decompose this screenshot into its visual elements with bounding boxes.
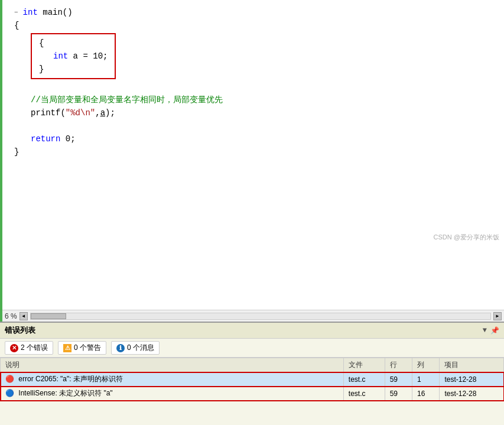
code-text: { bbox=[14, 19, 19, 32]
error-table-container: 说明 文件 行 列 项目 🔴 error C2065: "a": 未声明的标识符… bbox=[0, 358, 504, 425]
error-toolbar: ✕ 2 个错误 ⚠ 0 个警告 ℹ 0 个消息 bbox=[0, 339, 504, 358]
table-header-row: 说明 文件 行 列 项目 bbox=[1, 358, 504, 372]
error-icon-red: ✕ bbox=[10, 344, 18, 352]
keyword-return: return bbox=[31, 132, 60, 145]
col-header-line: 行 bbox=[385, 358, 412, 372]
var-a: a bbox=[100, 106, 105, 119]
code-line: } bbox=[39, 63, 108, 76]
error-project-0: test-12-28 bbox=[440, 372, 504, 387]
error-col-0: 1 bbox=[412, 372, 440, 387]
intellisense-icon-cell: 🔵 bbox=[5, 389, 14, 397]
code-text: , bbox=[95, 106, 100, 119]
col-header-col: 列 bbox=[412, 358, 440, 372]
error-line-1: 59 bbox=[385, 387, 412, 401]
string-text: "%d\n" bbox=[66, 106, 95, 119]
code-line bbox=[2, 80, 504, 93]
panel-arrow[interactable]: ▼ bbox=[483, 326, 487, 335]
code-text: { bbox=[39, 37, 44, 50]
error-panel: 错误列表 ▼ 📌 ✕ 2 个错误 ⚠ 0 个警告 ℹ 0 个消息 说明 文件 行 bbox=[0, 322, 504, 425]
error-icon-cell: 🔴 bbox=[5, 375, 14, 383]
warnings-button[interactable]: ⚠ 0 个警告 bbox=[58, 341, 106, 355]
code-line-return: return 0; bbox=[2, 132, 504, 145]
error-description-0: 🔴 error C2065: "a": 未声明的标识符 bbox=[1, 372, 344, 387]
message-icon: ℹ bbox=[116, 344, 125, 352]
comment-text: //当局部变量和全局变量名字相同时，局部变量优先 bbox=[31, 93, 223, 106]
code-line: − int main() bbox=[2, 6, 504, 19]
zoom-label: 6 % bbox=[5, 312, 17, 320]
code-text: a = 10; bbox=[68, 50, 108, 63]
code-line-printf: printf("%d\n",a); bbox=[2, 106, 504, 119]
scroll-right-arrow[interactable]: ▶ bbox=[493, 312, 502, 320]
error-count-label: 2 个错误 bbox=[21, 343, 48, 353]
code-text: } bbox=[39, 63, 44, 76]
errors-button[interactable]: ✕ 2 个错误 bbox=[5, 341, 53, 355]
horizontal-scrollbar[interactable]: 6 % ◀ ▶ bbox=[2, 310, 504, 322]
panel-controls: ▼ 📌 bbox=[483, 326, 499, 335]
code-text: printf( bbox=[31, 106, 66, 119]
error-panel-title: 错误列表 bbox=[5, 325, 35, 336]
panel-pin[interactable]: 📌 bbox=[490, 326, 499, 335]
watermark: CSDN @爱分享的米饭 bbox=[434, 233, 499, 242]
code-line-comment: //当局部变量和全局变量名字相同时，局部变量优先 bbox=[2, 93, 504, 106]
error-description-1: 🔵 IntelliSense: 未定义标识符 "a" bbox=[1, 387, 344, 401]
code-line: } bbox=[2, 145, 504, 158]
message-count-label: 0 个消息 bbox=[127, 343, 154, 353]
error-col-1: 16 bbox=[412, 387, 440, 401]
scroll-left-arrow[interactable]: ◀ bbox=[19, 312, 28, 320]
code-text: } bbox=[14, 145, 19, 158]
keyword-int: int bbox=[23, 6, 38, 19]
code-text: ); bbox=[105, 106, 115, 119]
error-file-1: test.c bbox=[343, 387, 385, 401]
code-line: { bbox=[2, 19, 504, 32]
error-project-1: test-12-28 bbox=[440, 387, 504, 401]
scroll-track[interactable] bbox=[30, 313, 491, 320]
table-row[interactable]: 🔴 error C2065: "a": 未声明的标识符 test.c 59 1 … bbox=[1, 372, 504, 387]
col-header-description: 说明 bbox=[1, 358, 344, 372]
warning-icon: ⚠ bbox=[63, 344, 71, 352]
keyword-int: int bbox=[53, 50, 68, 63]
collapse-icon[interactable]: − bbox=[14, 6, 18, 19]
code-line bbox=[2, 119, 504, 132]
scroll-thumb[interactable] bbox=[31, 313, 66, 319]
red-box-region: { int a = 10; } bbox=[31, 33, 116, 79]
warning-count-label: 0 个警告 bbox=[74, 343, 101, 353]
error-line-0: 59 bbox=[385, 372, 412, 387]
code-text: 0; bbox=[60, 132, 75, 145]
table-row[interactable]: 🔵 IntelliSense: 未定义标识符 "a" test.c 59 16 … bbox=[1, 387, 504, 401]
error-table: 说明 文件 行 列 项目 🔴 error C2065: "a": 未声明的标识符… bbox=[0, 358, 504, 401]
code-text: main() bbox=[38, 6, 73, 19]
col-header-project: 项目 bbox=[440, 358, 504, 372]
code-line: int a = 10; bbox=[39, 50, 108, 63]
col-header-file: 文件 bbox=[343, 358, 385, 372]
error-file-0: test.c bbox=[343, 372, 385, 387]
error-panel-header: 错误列表 ▼ 📌 bbox=[0, 323, 504, 339]
messages-button[interactable]: ℹ 0 个消息 bbox=[111, 341, 160, 355]
code-line: { bbox=[39, 37, 108, 50]
